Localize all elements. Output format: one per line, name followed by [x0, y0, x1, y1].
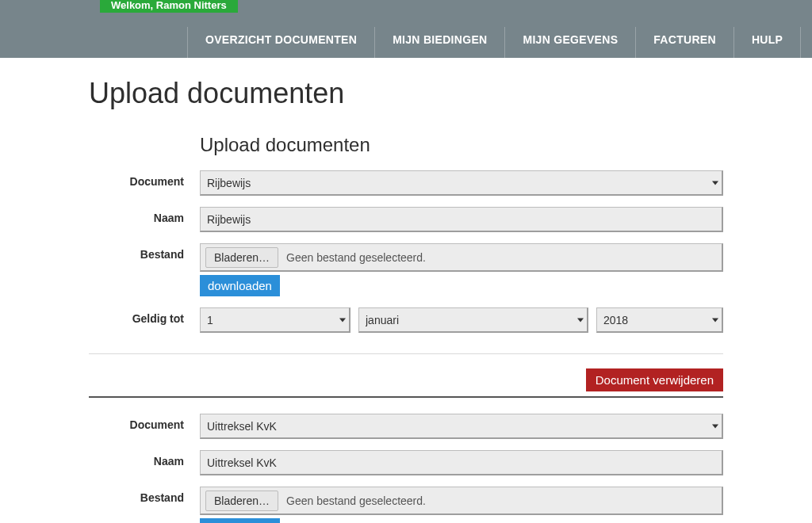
- main-nav: OVERZICHT DOCUMENTEN MIJN BIEDINGEN MIJN…: [187, 27, 801, 65]
- label-document: Document: [89, 170, 200, 188]
- divider-heavy: [89, 396, 723, 398]
- document-type-select[interactable]: [200, 170, 723, 196]
- label-valid-until: Geldig tot: [89, 307, 200, 325]
- welcome-badge: Welkom, Ramon Nitters: [100, 0, 238, 13]
- label-name: Naam: [89, 450, 200, 468]
- valid-day-select[interactable]: [200, 307, 350, 333]
- nav-mijn-biedingen[interactable]: MIJN BIEDINGEN: [374, 27, 504, 65]
- valid-year-select[interactable]: [596, 307, 723, 333]
- file-status-text-2: Geen bestand geselecteerd.: [286, 494, 426, 507]
- label-name: Naam: [89, 207, 200, 224]
- nav-mijn-gegevens[interactable]: MIJN GEGEVENS: [504, 27, 635, 65]
- file-status-text: Geen bestand geselecteerd.: [286, 251, 426, 264]
- document-name-input[interactable]: [200, 207, 723, 232]
- nav-overzicht-documenten[interactable]: OVERZICHT DOCUMENTEN: [187, 27, 374, 65]
- label-file: Bestand: [89, 243, 200, 261]
- nav-facturen[interactable]: FACTUREN: [635, 27, 733, 65]
- label-file: Bestand: [89, 487, 200, 504]
- nav-hulp[interactable]: HULP: [733, 27, 801, 65]
- document-type-select-2[interactable]: [200, 414, 723, 439]
- file-picker-2: Bladeren… Geen bestand geselecteerd.: [200, 487, 723, 515]
- upload-form: Upload documenten Document Naam Bestand …: [89, 134, 723, 523]
- delete-document-button[interactable]: Document verwijderen: [586, 368, 723, 391]
- download-button-2[interactable]: downloaden: [200, 518, 280, 523]
- page-title: Upload documenten: [89, 77, 812, 110]
- browse-button-2[interactable]: Bladeren…: [205, 491, 278, 511]
- browse-button[interactable]: Bladeren…: [205, 247, 278, 268]
- file-picker: Bladeren… Geen bestand geselecteerd.: [200, 243, 723, 272]
- document-name-input-2[interactable]: [200, 450, 723, 475]
- download-button[interactable]: downloaden: [200, 275, 280, 296]
- label-document: Document: [89, 414, 200, 431]
- valid-month-select[interactable]: [358, 307, 588, 333]
- section-title: Upload documenten: [200, 134, 723, 156]
- top-bar: Welkom, Ramon Nitters OVERZICHT DOCUMENT…: [0, 0, 812, 58]
- divider: [89, 353, 723, 354]
